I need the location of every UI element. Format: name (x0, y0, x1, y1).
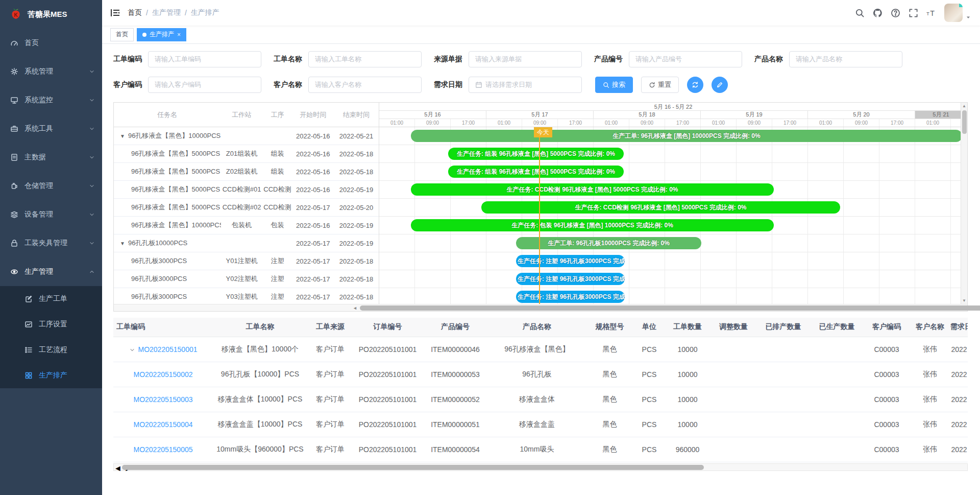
gantt-bar[interactable]: 生产任务: 注塑 96孔孔板3000PCS 完成比例: 0% (516, 291, 625, 303)
gantt-vertical-scrollbar[interactable]: ▲ ▼ (961, 103, 967, 304)
work-orders-table-panel: 工单编码工单名称工单来源订单编号产品编号产品名称规格型号单位工单数量调整数量已排… (113, 318, 968, 471)
fullscreen-icon[interactable] (909, 8, 918, 18)
orders-cell: 黑色 (585, 362, 634, 387)
work-order-link[interactable]: MO202205150001 (138, 345, 198, 353)
gantt-bar[interactable]: 生产任务: 包装 96孔移液盒 [黑色] 10000PCS 完成比例: 0% (411, 219, 774, 231)
today-badge: 今天 (534, 127, 552, 137)
gantt-task-row[interactable]: ▼96孔移液盒【黑色】10000PCS2022-05-162022-05-21 (114, 127, 379, 145)
timeline-header: 5月 16 - 5月 22 5月 165月 175月 185月 195月 205… (379, 103, 967, 127)
github-icon[interactable] (873, 8, 883, 18)
orders-cell: 客户订单 (307, 362, 353, 387)
work-order-link[interactable]: MO202205150005 (134, 445, 193, 454)
gantt-bar[interactable]: 生产任务: CCD检测 96孔移液盒 [黑色] 5000PCS 完成比例: 0% (481, 201, 840, 214)
sidebar-item-仓储管理[interactable]: 仓储管理 (0, 172, 102, 200)
gantt-bar[interactable]: 生产工单: 96孔移液盒 [黑色] 10000PCS 完成比例: 0% (411, 130, 962, 142)
fontsize-icon[interactable]: TT (926, 8, 936, 18)
sidebar-item-系统管理[interactable]: 系统管理 (0, 57, 102, 86)
question-icon[interactable] (891, 8, 900, 18)
gantt-vscroll-thumb[interactable] (962, 110, 967, 134)
sidebar-item-生产排产[interactable]: 生产排产 (0, 363, 102, 388)
orders-cell: 客户订单 (307, 337, 353, 362)
sidebar-item-系统监控[interactable]: 系统监控 (0, 86, 102, 114)
sidebar-item-系统工具[interactable]: 系统工具 (0, 114, 102, 143)
sidebar-item-生产管理[interactable]: 生产管理 (0, 257, 102, 286)
scroll-left-arrow-icon[interactable]: ◄ (114, 464, 122, 473)
gantt-bar[interactable]: 生产工单: 96孔孔板10000PCS 完成比例: 0% (516, 237, 701, 249)
orders-cell: PO202205101001 (353, 412, 422, 437)
gantt-bar[interactable]: 生产任务: 组装 96孔移液盒 [黑色] 5000PCS 完成比例: 0% (448, 148, 624, 160)
tab-生产排产[interactable]: 生产排产× (137, 28, 186, 41)
avatar[interactable] (944, 4, 963, 22)
scroll-up-arrow-icon[interactable]: ▲ (962, 103, 966, 109)
orders-cell: ITEM00000046 (422, 337, 488, 362)
table-row[interactable]: MO20220515000296孔孔板【10000】PCS客户订单PO20220… (113, 362, 968, 387)
sidebar-collapse-icon[interactable] (110, 8, 120, 18)
text-input[interactable]: 请输入客户编码 (148, 77, 261, 93)
tab-close-icon[interactable]: × (177, 31, 181, 38)
breadcrumb-item[interactable]: 生产管理 (152, 8, 181, 17)
gantt-bar[interactable]: 生产任务: 注塑 96孔孔板3000PCS 完成比例: 0% (516, 255, 625, 267)
sidebar-item-生产工单[interactable]: 生产工单 (0, 286, 102, 312)
table-row[interactable]: MO20220515000510mm吸头【960000】PCS客户订单PO202… (113, 437, 968, 462)
table-row[interactable]: MO202205150001移液盒【黑色】10000个客户订单PO2022051… (113, 337, 968, 362)
tags-view-bar: 首页生产排产× (102, 26, 980, 44)
edit-schedule-button[interactable] (712, 77, 728, 93)
work-order-link[interactable]: MO202205150003 (134, 395, 193, 404)
sidebar-item-首页[interactable]: 首页 (0, 29, 102, 57)
gantt-hscroll-thumb[interactable] (360, 305, 980, 311)
reset-button[interactable]: 重置 (641, 77, 679, 93)
refresh-gantt-button[interactable] (687, 77, 703, 93)
timeline-row: 生产任务: 注塑 96孔孔板3000PCS 完成比例: 0% (379, 252, 967, 270)
gantt-task-row[interactable]: 96孔移液盒【黑色】10000PCS包装机包装2022-05-162022-05… (114, 217, 379, 234)
table-row[interactable]: MO202205150004移液盒盒盖【10000】PCS客户订单PO20220… (113, 412, 968, 437)
sidebar-item-工艺流程[interactable]: 工艺流程 (0, 337, 102, 363)
text-input[interactable]: 请输入产品名称 (789, 51, 902, 67)
scroll-down-arrow-icon[interactable]: ▼ (962, 297, 966, 304)
breadcrumb-item[interactable]: 首页 (128, 8, 142, 17)
sidebar-item-设备管理[interactable]: 设备管理 (0, 200, 102, 229)
table-hscroll-thumb[interactable] (122, 465, 704, 470)
text-input[interactable]: 请输入工单名称 (308, 51, 422, 67)
gantt-task-row[interactable]: ▼96孔孔板10000PCS2022-05-172022-05-19 (114, 234, 379, 252)
gantt-horizontal-scrollbar[interactable]: ◄ (114, 304, 967, 311)
scroll-left-arrow-icon[interactable]: ◄ (353, 304, 357, 312)
gantt-bar[interactable]: 生产任务: 注塑 96孔孔板3000PCS 完成比例: 0% (516, 273, 625, 285)
gantt-bar[interactable]: 生产任务: 组装 96孔移液盒 [黑色] 5000PCS 完成比例: 0% (448, 166, 624, 178)
gantt-end-date: 2022-05-18 (334, 257, 379, 265)
text-input[interactable]: 请输入产品编号 (629, 51, 742, 67)
sidebar-item-工序设置[interactable]: 工序设置 (0, 312, 102, 337)
gantt-task-row[interactable]: 96孔移液盒【黑色】5000PCSZ01组装机组装2022-05-162022-… (114, 145, 379, 163)
work-order-link[interactable]: MO202205150002 (134, 370, 193, 379)
work-order-link[interactable]: MO202205150004 (134, 420, 193, 429)
user-menu[interactable] (944, 4, 971, 22)
gantt-task-row[interactable]: 96孔孔板3000PCSY01注塑机注塑2022-05-172022-05-18 (114, 252, 379, 270)
gantt-task-row[interactable]: 96孔孔板3000PCSY03注塑机注塑2022-05-172022-05-18 (114, 288, 379, 306)
text-input[interactable]: 请输入工单编码 (148, 51, 261, 67)
gantt-task-row[interactable]: 96孔移液盒【黑色】5000PCSCCD检测#01CCD检测2022-05-16… (114, 181, 379, 199)
sidebar-item-工装夹具管理[interactable]: 工装夹具管理 (0, 229, 102, 257)
text-input[interactable]: 请输入客户名称 (308, 77, 422, 93)
tab-首页[interactable]: 首页 (110, 28, 134, 41)
gantt-bar[interactable]: 生产任务: CCD检测 96孔移液盒 [黑色] 5000PCS 完成比例: 0% (411, 183, 774, 196)
timeline-hour-cell: 09:00 (415, 119, 451, 127)
gantt-column-header: 工序 (262, 110, 292, 120)
sidebar-item-label: 系统管理 (24, 67, 83, 76)
table-row[interactable]: MO202205150003移液盒盒体【10000】PCS客户订单PO20220… (113, 387, 968, 412)
search-button[interactable]: 搜索 (595, 77, 633, 93)
table-horizontal-scrollbar[interactable]: ◄ ► (113, 463, 968, 471)
collapse-triangle-icon[interactable]: ▼ (120, 133, 125, 139)
row-expand-chevron-icon[interactable] (129, 347, 135, 353)
search-icon[interactable] (855, 8, 865, 18)
gantt-start-date: 2022-05-17 (292, 240, 334, 247)
sidebar-item-主数据[interactable]: 主数据 (0, 143, 102, 172)
gantt-task-row[interactable]: 96孔移液盒【黑色】5000PCSCCD检测#02CCD检测2022-05-17… (114, 199, 379, 217)
breadcrumb-item[interactable]: 生产排产 (191, 8, 219, 17)
timeline-day-cell: 5月 20 (808, 111, 915, 119)
text-input[interactable]: 请输入来源单据 (469, 51, 582, 67)
gantt-task-row[interactable]: 96孔孔板3000PCSY02注塑机注塑2022-05-172022-05-18 (114, 270, 379, 288)
collapse-triangle-icon[interactable]: ▼ (120, 241, 125, 246)
timeline-body: 生产工单: 96孔移液盒 [黑色] 10000PCS 完成比例: 0%生产任务:… (379, 127, 967, 304)
date-input[interactable]: 请选择需求日期 (469, 77, 582, 93)
gantt-task-row[interactable]: 96孔移液盒【黑色】5000PCSZ02组装机组装2022-05-162022-… (114, 163, 379, 181)
orders-column-客户名称: 客户名称 (910, 318, 950, 337)
